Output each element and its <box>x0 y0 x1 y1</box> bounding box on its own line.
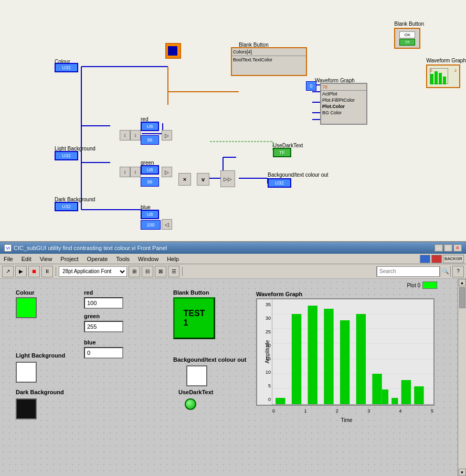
menu-file[interactable]: File <box>2 255 15 263</box>
x-4: 4 <box>399 408 402 414</box>
scroll-up-btn[interactable]: ▲ <box>459 279 466 286</box>
test-button[interactable]: TEST1 <box>173 297 215 339</box>
dist-btn[interactable]: ⊟ <box>142 266 153 277</box>
menu-operate[interactable]: Operate <box>86 255 110 263</box>
svg-rect-37 <box>308 306 317 404</box>
x-axis-labels: 0 1 2 3 4 5 <box>272 408 433 414</box>
plot-color-swatch <box>422 282 437 289</box>
blue-input[interactable]: 0 <box>84 347 123 359</box>
align-btn[interactable]: ⊞ <box>129 266 140 277</box>
plot-label: Plot 0 <box>407 283 420 288</box>
corner-blank-btn-label: Blank Button <box>394 21 424 27</box>
svg-rect-43 <box>391 398 398 404</box>
corner-wf-num-right: 2 <box>454 68 457 73</box>
bg-text-out-node: U32 <box>268 178 291 188</box>
x-3: 3 <box>367 408 370 414</box>
window-title: CIC_subGUI utility find contrasting text… <box>14 245 167 251</box>
dark-bg-node: U32 <box>55 202 78 211</box>
graph-svg <box>272 299 433 404</box>
reorder-btn[interactable]: ☰ <box>168 266 179 277</box>
svg-rect-38 <box>324 309 333 404</box>
font-selector[interactable]: 28pt Application Font <box>59 266 127 277</box>
y-axis: 35 30 25 20 15 10 5 0 <box>257 299 272 405</box>
svg-rect-41 <box>372 374 382 404</box>
red-input[interactable]: 100 <box>84 297 123 309</box>
abort-btn[interactable]: ⏹ <box>28 266 40 277</box>
incr-node-3: ↕ <box>120 167 130 177</box>
menu-project[interactable]: Project <box>59 255 80 263</box>
wf-graph-fp-label: Waveform Graph <box>256 291 448 297</box>
run-arrow-btn[interactable]: ↗ <box>2 266 14 277</box>
block-diagram: Colour U32 Light Background U32 Dark Bac… <box>0 0 466 242</box>
use-dark-text-fp-label: UseDarkText <box>178 389 213 395</box>
x-axis-label: Time <box>256 417 437 423</box>
y-15: 15 <box>266 356 271 361</box>
backgr-label-icon: BACKGR <box>443 255 464 263</box>
wf-graph-box: 35 30 25 20 15 10 5 0 Amplitude <box>256 298 435 406</box>
corner-blank-btn: OK TF <box>394 28 420 49</box>
y-5: 5 <box>268 383 271 388</box>
dark-bg-fp-label: Dark Background <box>16 389 64 395</box>
menu-tools[interactable]: Tools <box>114 255 131 263</box>
sep2 <box>182 267 183 276</box>
colour-indicator <box>16 297 37 318</box>
y-20: 20 <box>266 343 271 348</box>
corner-wf-label: Waveform Graph <box>426 58 466 63</box>
panel-corner-icons: BACKGR <box>420 255 464 263</box>
resize-btn[interactable]: ⊠ <box>155 266 166 277</box>
zero-constant: 0 <box>306 81 316 91</box>
menu-help[interactable]: Help <box>165 255 181 263</box>
green-input[interactable]: 255 <box>84 321 123 332</box>
bg-text-out-bd-label: Backgound/text colour out <box>268 172 329 178</box>
y-10: 10 <box>266 370 271 375</box>
svg-rect-36 <box>292 314 301 404</box>
menu-bar: File Edit View Project Operate Tools Win… <box>0 254 466 264</box>
y-35: 35 <box>266 302 271 307</box>
close-btn[interactable]: ✕ <box>453 244 462 252</box>
help-btn[interactable]: ? <box>452 266 464 277</box>
run-btn[interactable]: ▶ <box>15 266 27 277</box>
search-input[interactable] <box>377 266 440 277</box>
pause-btn[interactable]: ⏸ <box>41 266 53 277</box>
bg-text-indicator <box>186 365 207 386</box>
svg-rect-35 <box>276 398 285 404</box>
svg-rect-26 <box>435 71 438 84</box>
scroll-down-btn[interactable]: ▼ <box>459 469 466 476</box>
or-node: ▷▷ <box>220 170 235 187</box>
compare-node-red: ▷ <box>162 130 172 140</box>
svg-rect-25 <box>430 74 433 84</box>
fp-content: ▲ ▼ Colour red 100 green 255 blue 0 Blan… <box>0 279 466 476</box>
menu-window[interactable]: Window <box>136 255 160 263</box>
plot-legend-row: Plot 0 <box>256 282 437 289</box>
svg-rect-27 <box>439 73 442 84</box>
window-icon: VI <box>4 244 12 252</box>
green-node: U8 <box>141 165 159 175</box>
minimize-btn[interactable]: ─ <box>435 244 443 252</box>
scroll-thumb[interactable] <box>459 287 465 308</box>
incr-node-4: ↕ <box>130 167 141 177</box>
menu-view[interactable]: View <box>38 255 54 263</box>
corner-wf-svg <box>430 69 449 84</box>
search-container: 🔍 <box>376 266 451 277</box>
x-1: 1 <box>304 408 306 414</box>
y-0: 0 <box>268 397 271 402</box>
red-node: U8 <box>141 122 159 131</box>
scrollbar-right[interactable]: ▲ ▼ <box>458 279 466 476</box>
multiply-node: × <box>178 173 191 186</box>
corner-blank-btn-area: Blank Button OK TF <box>394 21 424 49</box>
compare-node-green: ▷ <box>162 167 172 177</box>
corner-wf-graph: 0 2 <box>426 64 460 88</box>
blue-100: 100 <box>141 220 161 230</box>
menu-edit[interactable]: Edit <box>20 255 33 263</box>
title-bar-left: VI CIC_subGUI utility find contrasting t… <box>4 244 167 252</box>
light-bg-node: U32 <box>55 151 78 160</box>
search-btn[interactable]: 🔍 <box>440 266 450 277</box>
x-2: 2 <box>336 408 338 414</box>
blue-node: U8 <box>141 210 159 219</box>
vi-icon: VI <box>6 246 10 251</box>
front-panel-window: VI CIC_subGUI utility find contrasting t… <box>0 242 466 476</box>
y-25: 25 <box>266 329 271 334</box>
use-dark-text-led <box>185 398 196 410</box>
title-bar-buttons[interactable]: ─ □ ✕ <box>435 244 462 252</box>
maximize-btn[interactable]: □ <box>444 244 452 252</box>
